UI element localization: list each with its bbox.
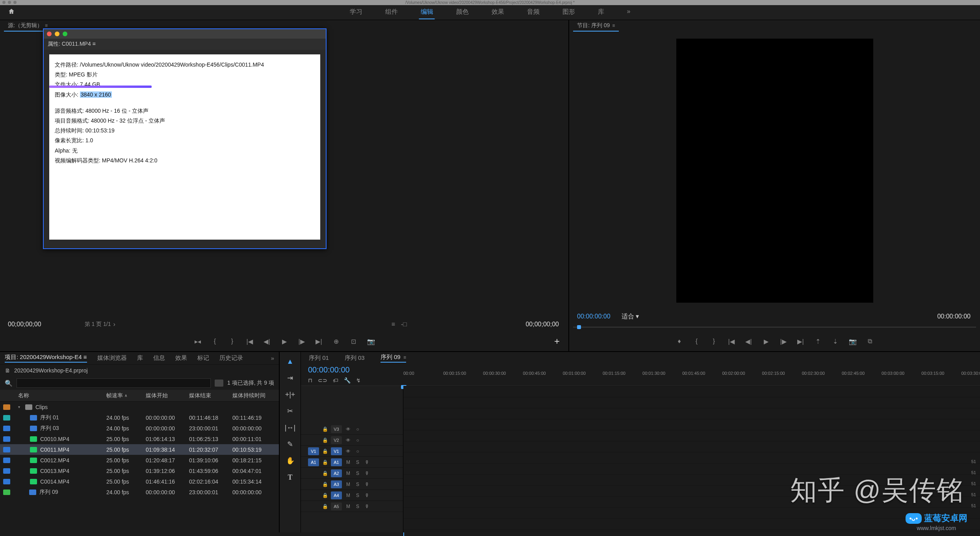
lift-button[interactable]: ⇡ xyxy=(813,338,823,345)
timeline-tab-menu-icon[interactable]: ≡ xyxy=(402,355,406,360)
lock-icon[interactable]: 🔒 xyxy=(322,493,328,498)
scrubber-playhead[interactable] xyxy=(577,325,581,329)
lock-icon[interactable]: 🔒 xyxy=(322,426,328,432)
source-patch[interactable] xyxy=(308,469,319,477)
program-tab[interactable]: 节目: 序列 09 ≡ xyxy=(573,20,619,32)
hand-tool[interactable]: ✋ xyxy=(284,455,296,466)
bin-row[interactable]: ▾Clips xyxy=(0,402,279,412)
close-dot[interactable] xyxy=(2,1,6,4)
program-left-timecode[interactable]: 00:00:00:00 xyxy=(577,313,611,320)
step-fwd-prog-button[interactable]: |▶ xyxy=(779,338,788,345)
toggle-output-icon[interactable]: M xyxy=(345,460,351,465)
toggle-output-icon[interactable]: M xyxy=(345,504,351,509)
workspace-assembly[interactable]: 组件 xyxy=(384,6,399,19)
source-tab-menu-icon[interactable]: ≡ xyxy=(45,23,48,28)
col-name[interactable]: 名称 xyxy=(16,392,106,399)
project-search-input[interactable] xyxy=(17,378,211,388)
workspace-graphics[interactable]: 图形 xyxy=(561,6,577,19)
export-frame-prog-button[interactable]: 📷 xyxy=(848,338,858,345)
tab-history[interactable]: 历史记录 xyxy=(219,354,243,362)
workspace-audio[interactable]: 音频 xyxy=(525,6,541,19)
col-duration[interactable]: 媒体持续时间 xyxy=(232,392,276,399)
mic-icon[interactable]: 🎙 xyxy=(364,504,370,509)
track-target[interactable]: V2 xyxy=(331,436,342,444)
mark-in-prog-button[interactable]: { xyxy=(692,338,702,345)
slip-tool[interactable]: |↔| xyxy=(284,422,296,433)
prop-zoom-icon[interactable] xyxy=(63,32,67,36)
source-grid-icon[interactable]: -□ xyxy=(401,321,407,328)
type-tool[interactable]: T xyxy=(284,472,296,483)
program-scrubber[interactable] xyxy=(573,324,976,331)
timeline-tab-seq01[interactable]: 序列 01 xyxy=(309,354,329,362)
audio-track-header[interactable]: 🔒 A4 M S 🎙 xyxy=(301,490,403,501)
pen-tool[interactable]: ✎ xyxy=(284,439,296,450)
timeline-tab-seq03[interactable]: 序列 03 xyxy=(345,354,365,362)
play-button[interactable]: ▶ xyxy=(280,338,289,345)
track-target[interactable]: V1 xyxy=(331,447,342,455)
toggle-sync-icon[interactable]: ○ xyxy=(355,437,361,443)
wrench-icon[interactable]: ↯ xyxy=(356,377,361,383)
col-media-start[interactable]: 媒体开始 xyxy=(146,392,189,399)
toggle-output-icon[interactable]: 👁 xyxy=(345,426,351,432)
video-track-header[interactable]: V1 🔒 V1 👁 ○ xyxy=(301,446,403,457)
source-patch[interactable] xyxy=(308,491,319,499)
selection-tool[interactable]: ▲ xyxy=(284,356,296,367)
program-viewer[interactable] xyxy=(569,32,980,309)
source-right-timecode[interactable]: 00;00;00;00 xyxy=(525,321,559,328)
mic-icon[interactable]: 🎙 xyxy=(364,482,370,487)
insert-button[interactable]: ⊕ xyxy=(332,338,341,345)
slider-caret-icon[interactable]: › xyxy=(113,321,115,328)
workspace-learn[interactable]: 学习 xyxy=(348,6,364,19)
zoom-dot[interactable] xyxy=(13,1,17,4)
overwrite-button[interactable]: ⊡ xyxy=(349,338,358,345)
col-framerate[interactable]: 帧速率∧ xyxy=(106,392,146,399)
track-target[interactable]: A1 xyxy=(331,458,342,466)
step-back-prog-button[interactable]: ◀| xyxy=(744,338,754,345)
source-patch[interactable]: A1 xyxy=(308,458,319,466)
track-select-tool[interactable]: ⇥ xyxy=(284,372,296,383)
export-frame-button[interactable]: 📷 xyxy=(366,338,376,345)
workspace-effects[interactable]: 效果 xyxy=(490,6,506,19)
snap-icon[interactable]: ⊓ xyxy=(308,377,312,383)
toggle-output-icon[interactable]: M xyxy=(345,482,351,487)
tab-info[interactable]: 信息 xyxy=(153,354,165,362)
mark-out-button[interactable]: { xyxy=(210,338,220,345)
prop-close-icon[interactable] xyxy=(47,32,52,36)
toggle-sync-icon[interactable]: S xyxy=(355,493,361,498)
step-fwd-button[interactable]: |▶ xyxy=(297,338,306,345)
add-button-icon[interactable]: + xyxy=(554,336,560,347)
toggle-sync-icon[interactable]: S xyxy=(355,504,361,509)
lock-icon[interactable]: 🔒 xyxy=(322,504,328,509)
lock-icon[interactable]: 🔒 xyxy=(322,460,328,465)
toggle-output-icon[interactable]: M xyxy=(345,493,351,498)
toggle-sync-icon[interactable]: S xyxy=(355,482,361,487)
tab-markers[interactable]: 标记 xyxy=(197,354,209,362)
audio-track-header[interactable]: 🔒 A2 M S 🎙 xyxy=(301,468,403,479)
workspace-editing[interactable]: 编辑 xyxy=(419,6,435,19)
caret-down-icon[interactable]: ▾ xyxy=(18,405,22,409)
col-media-end[interactable]: 媒体结束 xyxy=(189,392,232,399)
workspace-more-icon[interactable]: » xyxy=(625,6,632,19)
track-target[interactable]: V3 xyxy=(331,425,342,433)
toggle-output-icon[interactable]: 👁 xyxy=(345,437,351,443)
program-tab-menu-icon[interactable]: ≡ xyxy=(612,23,615,28)
add-marker-button[interactable]: ♦ xyxy=(675,338,684,345)
minimize-dot[interactable] xyxy=(8,1,11,4)
tab-libraries[interactable]: 库 xyxy=(137,354,143,362)
audio-track-header[interactable]: 🔒 A5 M S 🎙 xyxy=(301,501,403,512)
project-row[interactable]: C0012.MP4 25.00 fps 01:20:48:17 01:39:10… xyxy=(0,455,279,465)
track-target[interactable]: A2 xyxy=(331,469,342,477)
extract-button[interactable]: ⇣ xyxy=(831,338,840,345)
project-row[interactable]: C0013.MP4 25.00 fps 01:39:12:06 01:43:59… xyxy=(0,465,279,476)
source-left-timecode[interactable]: 00;00;00;00 xyxy=(8,321,41,328)
marker-icon[interactable]: 🏷 xyxy=(333,377,338,383)
traffic-lights[interactable] xyxy=(2,1,17,4)
go-in-button[interactable]: |◀ xyxy=(245,338,254,345)
settings-icon[interactable]: 🔧 xyxy=(344,377,351,383)
lock-icon[interactable]: 🔒 xyxy=(322,471,328,476)
tab-effects[interactable]: 效果 xyxy=(175,354,187,362)
toggle-output-icon[interactable]: 👁 xyxy=(345,449,351,454)
play-prog-button[interactable]: ▶ xyxy=(761,338,771,345)
toggle-sync-icon[interactable]: ○ xyxy=(355,426,361,432)
source-patch[interactable]: V1 xyxy=(308,447,319,455)
